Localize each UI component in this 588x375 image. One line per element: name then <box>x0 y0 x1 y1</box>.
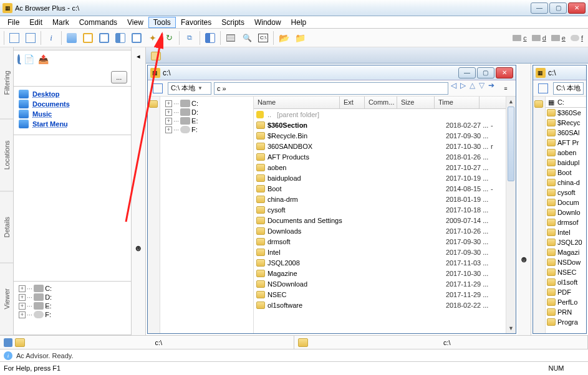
expand-icon[interactable]: + <box>165 100 172 107</box>
menu-commands[interactable]: Commands <box>74 17 122 28</box>
tree-drive-e[interactable]: +···E: <box>163 116 251 125</box>
file-row[interactable]: Magazi <box>546 247 586 257</box>
expand-icon[interactable]: + <box>165 126 172 133</box>
file-row[interactable]: Downloads2017-10-26 ... <box>254 225 506 236</box>
child-minimize-button[interactable]: — <box>458 67 476 78</box>
tool-wand-icon[interactable]: ✦ <box>145 31 160 45</box>
menu-window[interactable]: Window <box>249 17 286 28</box>
export-icon[interactable]: 📤 <box>38 54 49 64</box>
folder-strip-icon-right[interactable] <box>534 100 543 108</box>
file-row[interactable]: baidupload2017-10-19 ... <box>254 173 506 183</box>
scroll-thumb[interactable] <box>508 107 514 181</box>
file-row[interactable]: Boot2014-08-15 ...- <box>254 183 506 194</box>
search-icon[interactable] <box>17 55 20 63</box>
side-tab-details[interactable]: Details <box>0 191 13 263</box>
gutter-collapse-icon[interactable]: ◂ <box>132 50 145 62</box>
file-row[interactable]: NSDownload2017-11-29 ... <box>254 278 506 289</box>
location-desktop[interactable]: Desktop <box>16 89 128 99</box>
view-mode-icon[interactable] <box>150 81 165 96</box>
child-maximize-button[interactable]: ▢ <box>477 67 494 78</box>
col-name[interactable]: Name <box>254 97 340 108</box>
tool-grid-1[interactable] <box>7 31 22 45</box>
parent-folder-row[interactable]: .. [parent folder] <box>254 109 506 120</box>
drive-chip-d[interactable]: d <box>532 34 546 42</box>
col-ext[interactable]: Ext <box>340 97 365 108</box>
tool-inspect-icon[interactable]: 🔍 <box>239 31 254 45</box>
side-tab-filtering[interactable]: Filtering <box>0 47 13 120</box>
expand-icon[interactable]: + <box>19 285 26 292</box>
tab-folder-icon[interactable] <box>151 52 161 60</box>
side-tab-locations[interactable]: Locations <box>0 120 13 192</box>
file-row[interactable]: JSQL20 <box>546 237 586 247</box>
file-row[interactable]: cysoft <box>546 188 586 197</box>
file-row[interactable]: AFT Pr <box>546 138 586 148</box>
file-row[interactable]: china-drm2018-01-19 ... <box>254 194 506 204</box>
location-music[interactable]: Music <box>16 109 128 119</box>
expand-icon[interactable]: + <box>19 311 26 318</box>
tool-cmd-icon[interactable]: C:\ <box>256 31 271 45</box>
nav-forward-icon[interactable]: ▷ <box>460 81 466 96</box>
tree-drive-e[interactable]: +···E: <box>16 301 128 310</box>
drive-combo[interactable]: C:\ 本地▼ <box>168 82 211 95</box>
tool-split-icon[interactable]: ⧉ <box>182 31 197 45</box>
gutter-right-face-icon[interactable]: ☻ <box>518 253 530 265</box>
scroll-up-icon[interactable]: ▲ <box>506 97 516 107</box>
file-row[interactable]: drmsof <box>546 217 586 227</box>
file-row[interactable]: PDF <box>546 287 586 297</box>
tree-drive-f[interactable]: +···F: <box>163 125 251 134</box>
tool-layout-1[interactable] <box>64 31 79 45</box>
file-row[interactable]: Docum <box>546 197 586 207</box>
menu-scripts[interactable]: Scripts <box>216 17 249 28</box>
file-row[interactable]: cysoft2017-10-18 ... <box>254 204 506 215</box>
file-row[interactable]: $360Se <box>546 108 586 118</box>
file-row[interactable]: ol1software2018-02-22 ... <box>254 300 506 310</box>
child-close-button[interactable]: ✕ <box>496 67 513 78</box>
location-start-menu[interactable]: Start Menu <box>16 119 128 129</box>
file-row[interactable]: AFT Products2018-01-26 ... <box>254 151 506 162</box>
expand-icon[interactable]: + <box>19 294 26 301</box>
file-row[interactable]: NSDow <box>546 257 586 267</box>
file-row[interactable]: Intel2017-09-30 ... <box>254 247 506 257</box>
nav-menu-icon[interactable]: ≡ <box>498 81 513 96</box>
file-row[interactable]: Magazine2017-10-30 ... <box>254 268 506 278</box>
folder-strip-icon[interactable] <box>149 100 158 108</box>
file-row[interactable]: Boot <box>546 168 586 178</box>
file-row[interactable]: aoben <box>546 148 586 158</box>
expand-icon[interactable]: + <box>165 118 172 125</box>
file-row[interactable]: 360SANDBOX2017-10-30 ...r <box>254 141 506 151</box>
file-row[interactable]: Progra <box>546 317 586 327</box>
drive-chip-f[interactable]: f <box>571 34 583 42</box>
nav-go-icon[interactable]: ➔ <box>488 81 494 96</box>
file-row[interactable]: aoben2017-10-27 ... <box>254 162 506 173</box>
refresh-icon[interactable]: 📄 <box>24 54 34 64</box>
menu-edit[interactable]: Edit <box>24 17 47 28</box>
file-row[interactable]: china-d <box>546 178 586 188</box>
tool-refresh-icon[interactable]: ↻ <box>161 31 176 45</box>
tool-layout-3[interactable] <box>97 31 112 45</box>
col-time[interactable]: Time <box>435 97 480 108</box>
file-row[interactable]: 360SAl <box>546 128 586 138</box>
tree-drive-d[interactable]: +···D: <box>163 108 251 116</box>
path-combo[interactable]: c » <box>214 82 448 95</box>
expand-icon[interactable]: + <box>19 303 26 310</box>
more-button[interactable]: ... <box>111 71 127 83</box>
menu-file[interactable]: File <box>2 17 24 28</box>
file-row[interactable]: NSEC <box>546 267 586 277</box>
tree-drive-f[interactable]: +···F: <box>16 310 128 319</box>
scrollbar-vertical[interactable]: ▲ ▼ <box>506 97 516 333</box>
menu-help[interactable]: Help <box>286 17 312 28</box>
file-row[interactable]: PRN <box>546 307 586 317</box>
scroll-down-icon[interactable]: ▼ <box>506 323 516 333</box>
drive-combo-right[interactable]: C:\ 本地 <box>553 82 584 95</box>
nav-down-icon[interactable]: ▽ <box>479 81 484 96</box>
tool-folder-open-icon[interactable]: 📂 <box>276 31 291 45</box>
location-documents[interactable]: Documents <box>16 99 128 109</box>
nav-up-icon[interactable]: △ <box>470 81 475 96</box>
tree-drive-c[interactable]: +···C: <box>16 284 128 293</box>
file-row[interactable]: drmsoft2017-09-30 ... <box>254 236 506 247</box>
file-row[interactable]: baidupl <box>546 158 586 168</box>
tool-panels-icon[interactable] <box>203 31 218 45</box>
side-tab-viewer[interactable]: Viewer <box>0 263 13 336</box>
minimize-button[interactable]: — <box>531 2 548 14</box>
tool-folder-gear-icon[interactable]: 📁 <box>292 31 307 45</box>
